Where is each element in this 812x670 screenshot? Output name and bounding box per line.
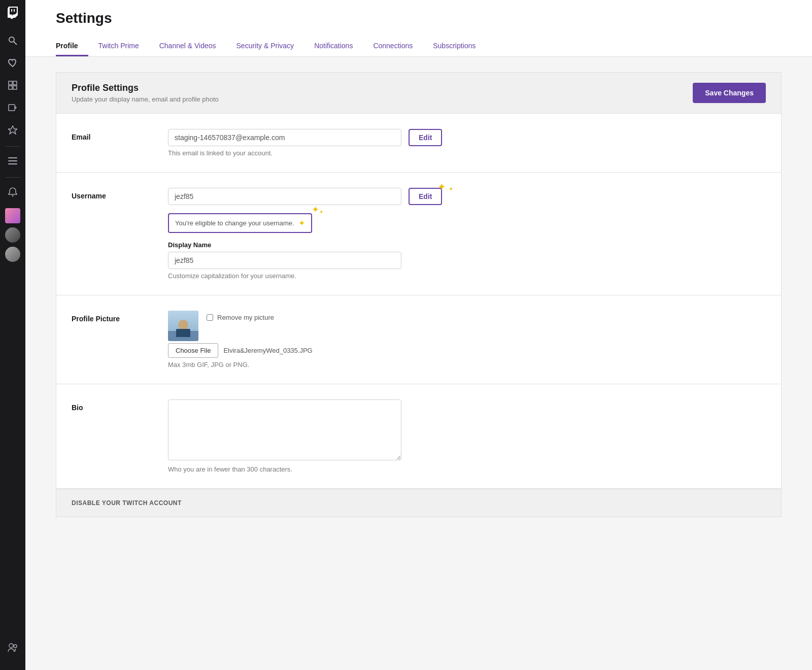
eligible-sparkle-top-icon: ✦ <box>312 204 319 215</box>
bio-help: Who you are in fewer than 300 characters… <box>168 465 766 473</box>
email-field-container: Edit This email is linked to your accoun… <box>168 129 766 157</box>
save-changes-button[interactable]: Save Changes <box>693 83 766 103</box>
nav-tabs-container: Profile Twitch Prime Channel & Videos Se… <box>56 37 782 56</box>
svg-line-1 <box>14 42 17 45</box>
svg-point-12 <box>12 195 14 197</box>
profile-picture-field: Remove my picture Choose File Elvira&Jer… <box>168 311 766 368</box>
tab-connections[interactable]: Connections <box>363 37 423 56</box>
remove-picture-row: Remove my picture <box>207 311 274 321</box>
display-name-input[interactable] <box>168 252 401 269</box>
svg-rect-11 <box>8 163 17 164</box>
file-hint: Max 3mb GIF, JPG or PNG. <box>168 361 766 368</box>
profile-picture-thumbnail <box>168 311 198 341</box>
bio-textarea[interactable] <box>168 399 401 460</box>
disable-account-title: DISABLE YOUR TWITCH ACCOUNT <box>72 499 766 507</box>
eligible-banner: You're eligible to change your username.… <box>168 213 312 233</box>
sidebar <box>0 0 25 670</box>
username-edit-button[interactable]: Edit <box>409 188 442 205</box>
choose-file-button[interactable]: Choose File <box>168 343 218 358</box>
email-section: Email Edit This email is linked to your … <box>56 114 781 173</box>
svg-point-14 <box>14 645 17 648</box>
svg-rect-2 <box>9 81 12 85</box>
tab-notifications[interactable]: Notifications <box>304 37 363 56</box>
page-title: Settings <box>56 10 782 26</box>
eligible-sparkle-dot-icon: ✦ <box>319 209 323 215</box>
email-input[interactable] <box>168 129 401 146</box>
tab-security-privacy[interactable]: Security & Privacy <box>226 37 304 56</box>
sidebar-item-browse[interactable] <box>3 75 23 95</box>
sidebar-item-following[interactable] <box>3 53 23 73</box>
tab-profile[interactable]: Profile <box>56 37 88 56</box>
content-area: Profile Settings Update your display nam… <box>25 57 812 532</box>
settings-card-subtitle: Update your display name, email and prof… <box>72 95 219 103</box>
svg-rect-9 <box>8 157 17 158</box>
disable-account-section: DISABLE YOUR TWITCH ACCOUNT <box>56 489 781 517</box>
bio-section: Bio Who you are in fewer than 300 charac… <box>56 384 781 489</box>
sidebar-channel-1[interactable] <box>5 208 20 223</box>
main-content: Settings Profile Twitch Prime Channel & … <box>25 0 812 670</box>
svg-point-13 <box>9 644 13 648</box>
eligible-sparkle-icon: ✦ <box>298 218 305 228</box>
sidebar-item-esports[interactable] <box>3 120 23 140</box>
sidebar-divider-1 <box>5 146 20 147</box>
remove-picture-label: Remove my picture <box>217 314 274 321</box>
sidebar-item-videos[interactable] <box>3 97 23 118</box>
settings-card-info: Profile Settings Update your display nam… <box>72 83 219 103</box>
tab-subscriptions[interactable]: Subscriptions <box>423 37 486 56</box>
email-edit-button[interactable]: Edit <box>409 129 442 146</box>
display-name-label: Display Name <box>168 241 766 249</box>
svg-point-0 <box>9 37 14 42</box>
file-upload-row: Choose File Elvira&JeremyWed_0335.JPG <box>168 343 766 358</box>
svg-rect-10 <box>8 160 17 161</box>
svg-rect-3 <box>13 81 17 85</box>
sidebar-divider-2 <box>5 177 20 178</box>
profile-picture-section: Profile Picture <box>56 295 781 384</box>
tab-twitch-prime[interactable]: Twitch Prime <box>88 37 149 56</box>
page-header: Settings Profile Twitch Prime Channel & … <box>25 0 812 57</box>
sidebar-item-more[interactable] <box>3 151 23 171</box>
sidebar-item-friends[interactable] <box>3 638 23 658</box>
sidebar-channel-2[interactable] <box>5 227 20 243</box>
sparkle-small-icon: ✦ <box>449 186 453 192</box>
twitch-logo[interactable] <box>5 5 20 20</box>
tab-channel-videos[interactable]: Channel & Videos <box>149 37 226 56</box>
svg-rect-5 <box>13 86 17 89</box>
sidebar-item-search[interactable] <box>3 30 23 51</box>
display-name-help: Customize capitalization for your userna… <box>168 272 766 280</box>
username-input[interactable] <box>168 188 401 205</box>
sidebar-item-notifications[interactable] <box>3 182 23 202</box>
settings-card-title: Profile Settings <box>72 83 219 93</box>
bio-label: Bio <box>72 404 148 412</box>
svg-rect-4 <box>9 86 12 89</box>
eligible-text: You're eligible to change your username. <box>175 219 294 227</box>
username-label: Username <box>72 192 148 200</box>
email-help: This email is linked to your account. <box>168 149 766 157</box>
username-field-container: Edit ✦ ✦ You're eligible to change your … <box>168 188 766 280</box>
email-label: Email <box>72 133 148 141</box>
edit-sparkle-container: Edit ✦ ✦ <box>401 188 442 205</box>
file-name-label: Elvira&JeremyWed_0335.JPG <box>223 347 312 354</box>
sidebar-channel-3[interactable] <box>5 247 20 262</box>
email-input-row: Edit <box>168 129 766 146</box>
username-section: Username Edit ✦ ✦ You're <box>56 173 781 295</box>
eligible-banner-wrapper: You're eligible to change your username.… <box>168 209 312 233</box>
profile-picture-label: Profile Picture <box>72 315 148 323</box>
svg-marker-7 <box>15 106 17 109</box>
username-input-row: Edit ✦ ✦ <box>168 188 766 205</box>
settings-card: Profile Settings Update your display nam… <box>56 72 782 517</box>
remove-picture-checkbox[interactable] <box>207 314 213 321</box>
settings-card-header: Profile Settings Update your display nam… <box>56 73 781 114</box>
bio-field: Who you are in fewer than 300 characters… <box>168 399 766 473</box>
profile-pic-row: Remove my picture <box>168 311 766 341</box>
svg-marker-8 <box>8 126 17 134</box>
svg-rect-6 <box>9 105 15 111</box>
nav-tabs: Profile Twitch Prime Channel & Videos Se… <box>56 37 782 56</box>
